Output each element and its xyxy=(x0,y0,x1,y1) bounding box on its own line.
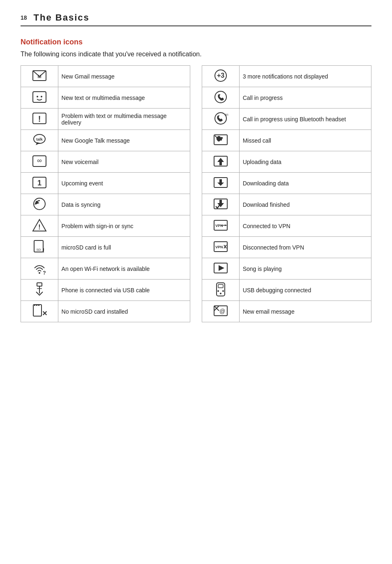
svg-rect-49 xyxy=(37,283,42,286)
left-icon-cell: ✕ xyxy=(21,301,58,322)
left-label-cell: New text or multimedia message xyxy=(58,87,190,109)
svg-rect-21 xyxy=(219,162,222,165)
right-icon-cell: VPN xyxy=(202,237,240,258)
left-icon-cell xyxy=(21,194,58,215)
table-spacer xyxy=(190,237,202,258)
left-label-cell: New Google Talk message xyxy=(58,130,190,151)
right-icon-cell xyxy=(202,194,240,215)
svg-point-56 xyxy=(220,293,221,294)
svg-point-6 xyxy=(41,96,42,97)
svg-text:✕: ✕ xyxy=(42,310,47,317)
svg-point-45 xyxy=(39,272,40,274)
table-spacer xyxy=(190,151,202,173)
section-title: Notification icons xyxy=(21,38,371,46)
left-icon-cell: ! xyxy=(21,109,58,130)
right-label-cell: Song is playing xyxy=(239,258,371,280)
left-icon-cell: ? xyxy=(21,258,58,280)
left-label-cell: New Gmail message xyxy=(58,66,190,87)
right-icon-cell xyxy=(202,87,240,109)
left-label-cell: Phone is connected via USB cable xyxy=(58,280,190,301)
left-icon-cell: 1 xyxy=(21,173,58,194)
right-label-cell: Missed call xyxy=(239,130,371,151)
table-spacer xyxy=(190,301,202,322)
left-icon-cell: ∞ xyxy=(21,151,58,173)
section-description: The following icons indicate that you've… xyxy=(21,51,371,58)
table-spacer xyxy=(190,66,202,87)
right-label-cell: Download finished xyxy=(239,194,371,215)
left-icon-cell xyxy=(21,280,58,301)
svg-rect-4 xyxy=(33,92,46,102)
left-label-cell: Problem with sign-in or sync xyxy=(58,215,190,237)
left-label-cell: Data is syncing xyxy=(58,194,190,215)
svg-text:@: @ xyxy=(219,308,225,314)
right-label-cell: Disconnected from VPN xyxy=(239,237,371,258)
left-icon-cell: ! xyxy=(21,215,58,237)
table-spacer xyxy=(190,87,202,109)
svg-text:!: ! xyxy=(38,224,40,231)
svg-text:M: M xyxy=(37,74,41,79)
table-spacer xyxy=(190,258,202,280)
svg-rect-57 xyxy=(33,305,42,316)
left-label-cell: Problem with text or multimedia message … xyxy=(58,109,190,130)
left-label-cell: New voicemail xyxy=(58,151,190,173)
svg-text:∞: ∞ xyxy=(37,157,42,164)
svg-point-5 xyxy=(37,96,38,97)
right-icon-cell xyxy=(202,151,240,173)
svg-text:!: ! xyxy=(38,114,41,123)
right-label-cell: Call in progress using Bluetooth headset xyxy=(239,109,371,130)
svg-text:!: ! xyxy=(42,247,44,254)
table-spacer xyxy=(190,109,202,130)
right-icon-cell: BT xyxy=(202,109,240,130)
page-title: The Basics xyxy=(34,12,90,23)
svg-rect-25 xyxy=(219,179,222,183)
svg-rect-30 xyxy=(219,200,222,203)
right-icon-cell: VPN xyxy=(202,215,240,237)
table-spacer xyxy=(190,280,202,301)
right-label-cell: Call in progress xyxy=(239,87,371,109)
svg-text:BT: BT xyxy=(225,113,228,117)
svg-point-55 xyxy=(222,290,224,292)
right-label-cell: Uploading data xyxy=(239,151,371,173)
right-label-cell: Downloading data xyxy=(239,173,371,194)
left-icon-cell: SD! xyxy=(21,237,58,258)
right-label-cell: USB debugging connected xyxy=(239,280,371,301)
svg-text:VPN: VPN xyxy=(215,224,223,228)
svg-point-54 xyxy=(217,290,219,292)
right-icon-cell: +3 xyxy=(202,66,240,87)
svg-rect-53 xyxy=(218,284,223,288)
svg-text:+3: +3 xyxy=(217,72,224,79)
table-spacer xyxy=(190,194,202,215)
table-spacer xyxy=(190,173,202,194)
left-label-cell: Upcoming event xyxy=(58,173,190,194)
left-label-cell: An open Wi-Fi network is available xyxy=(58,258,190,280)
svg-text:1: 1 xyxy=(37,179,42,187)
right-label-cell: New email message xyxy=(239,301,371,322)
svg-text:VPN: VPN xyxy=(215,245,223,249)
right-icon-cell xyxy=(202,258,240,280)
left-icon-cell: M xyxy=(21,66,58,87)
right-label-cell: 3 more notifications not displayed xyxy=(239,66,371,87)
left-icon-cell: talk xyxy=(21,130,58,151)
page-number: 18 xyxy=(21,14,27,21)
right-icon-cell xyxy=(202,280,240,301)
svg-text:?: ? xyxy=(43,270,46,275)
right-icon-cell xyxy=(202,130,240,151)
right-icon-cell xyxy=(202,173,240,194)
svg-point-7 xyxy=(215,91,226,103)
left-icon-cell xyxy=(21,87,58,109)
right-icon-cell: @ xyxy=(202,301,240,322)
svg-marker-48 xyxy=(219,265,224,271)
svg-marker-28 xyxy=(35,201,39,205)
notification-icons-table: MNew Gmail message+33 more notifications… xyxy=(21,65,371,322)
table-spacer xyxy=(190,215,202,237)
left-label-cell: microSD card is full xyxy=(58,237,190,258)
svg-text:SD: SD xyxy=(36,248,41,252)
table-spacer xyxy=(190,130,202,151)
right-label-cell: Connected to VPN xyxy=(239,215,371,237)
svg-marker-20 xyxy=(217,158,224,162)
page-header: 18 The Basics xyxy=(21,12,371,26)
svg-marker-26 xyxy=(217,183,224,186)
svg-text:talk: talk xyxy=(36,137,43,141)
left-label-cell: No microSD card installed xyxy=(58,301,190,322)
